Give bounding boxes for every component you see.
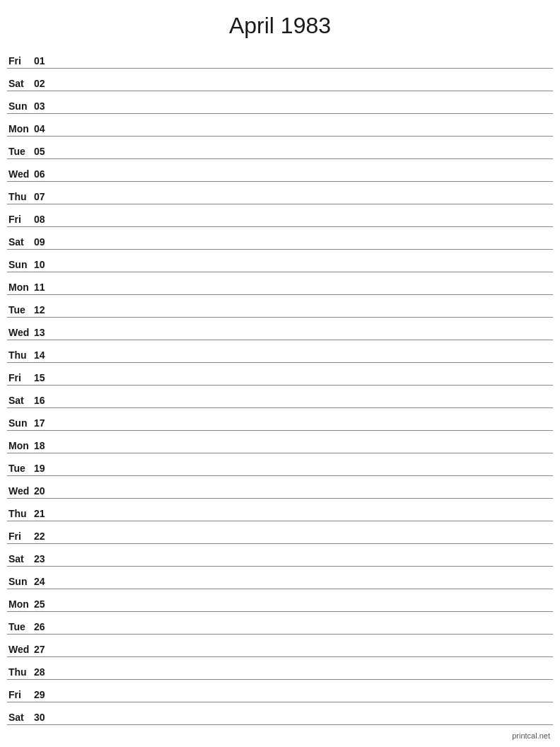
day-row: Tue19 (7, 453, 553, 476)
day-line (54, 654, 553, 655)
day-number: 19 (34, 463, 54, 474)
day-line (54, 473, 553, 474)
day-number: 21 (34, 508, 54, 519)
day-line (54, 360, 553, 361)
day-line (54, 337, 553, 338)
day-name: Wed (7, 644, 34, 655)
day-name: Sun (7, 100, 34, 112)
day-number: 26 (34, 621, 54, 632)
day-row: Sun03 (7, 91, 553, 114)
day-name: Wed (7, 327, 34, 338)
day-row: Wed06 (7, 159, 553, 182)
day-line (54, 202, 553, 202)
day-row: Sat02 (7, 69, 553, 91)
day-number: 10 (34, 259, 54, 270)
day-name: Thu (7, 349, 34, 361)
day-name: Tue (7, 463, 34, 474)
day-name: Mon (7, 282, 34, 293)
day-line (54, 156, 553, 157)
day-number: 02 (34, 78, 54, 89)
day-name: Sat (7, 236, 34, 248)
day-number: 15 (34, 372, 54, 383)
day-name: Sun (7, 417, 34, 429)
day-row: Sat23 (7, 544, 553, 567)
day-name: Thu (7, 191, 34, 202)
day-number: 20 (34, 485, 54, 497)
day-number: 27 (34, 644, 54, 655)
day-line (54, 586, 553, 587)
day-line (54, 292, 553, 293)
day-line (54, 632, 553, 632)
day-number: 30 (34, 712, 54, 723)
day-line (54, 677, 553, 678)
day-row: Fri08 (7, 204, 553, 227)
day-row: Sun17 (7, 408, 553, 431)
day-row: Thu28 (7, 657, 553, 680)
day-number: 11 (34, 282, 54, 293)
day-line (54, 722, 553, 723)
day-line (54, 111, 553, 112)
day-line (54, 451, 553, 451)
day-name: Fri (7, 531, 34, 542)
day-number: 04 (34, 123, 54, 134)
day-line (54, 270, 553, 270)
day-row: Wed27 (7, 635, 553, 657)
day-row: Fri22 (7, 521, 553, 544)
day-line (54, 609, 553, 610)
day-line (54, 428, 553, 429)
day-name: Fri (7, 214, 34, 225)
day-line (54, 541, 553, 542)
day-row: Tue05 (7, 137, 553, 159)
day-row: Mon11 (7, 272, 553, 295)
day-number: 12 (34, 304, 54, 315)
day-name: Wed (7, 168, 34, 180)
day-line (54, 405, 553, 406)
day-line (54, 179, 553, 180)
day-number: 22 (34, 531, 54, 542)
day-name: Mon (7, 440, 34, 451)
day-number: 24 (34, 576, 54, 587)
day-row: Sat30 (7, 702, 553, 725)
day-row: Wed20 (7, 476, 553, 499)
day-name: Sun (7, 259, 34, 270)
day-line (54, 247, 553, 248)
day-row: Sat16 (7, 386, 553, 408)
day-name: Tue (7, 621, 34, 632)
day-line (54, 315, 553, 315)
day-name: Sat (7, 712, 34, 723)
day-number: 18 (34, 440, 54, 451)
page-title: April 1983 (0, 0, 560, 46)
day-name: Sat (7, 553, 34, 564)
day-row: Wed13 (7, 318, 553, 340)
day-line (54, 383, 553, 383)
day-number: 17 (34, 417, 54, 429)
day-name: Mon (7, 598, 34, 610)
day-row: Thu07 (7, 182, 553, 204)
day-line (54, 224, 553, 225)
day-row: Tue26 (7, 612, 553, 635)
day-row: Sat09 (7, 227, 553, 250)
calendar-container: Fri01Sat02Sun03Mon04Tue05Wed06Thu07Fri08… (0, 46, 560, 725)
day-row: Thu14 (7, 340, 553, 363)
day-row: Sun10 (7, 250, 553, 272)
day-number: 29 (34, 689, 54, 700)
day-line (54, 564, 553, 564)
day-row: Fri15 (7, 363, 553, 386)
day-name: Tue (7, 146, 34, 157)
day-number: 06 (34, 168, 54, 180)
day-number: 14 (34, 349, 54, 361)
footer-text: printcal.net (512, 731, 550, 740)
day-row: Mon04 (7, 114, 553, 137)
day-name: Thu (7, 666, 34, 678)
day-row: Mon25 (7, 589, 553, 612)
day-number: 08 (34, 214, 54, 225)
day-number: 03 (34, 100, 54, 112)
day-row: Fri29 (7, 680, 553, 702)
day-number: 13 (34, 327, 54, 338)
day-number: 01 (34, 55, 54, 66)
day-name: Sun (7, 576, 34, 587)
day-line (54, 66, 553, 66)
day-name: Fri (7, 55, 34, 66)
day-name: Sat (7, 395, 34, 406)
day-line (54, 700, 553, 700)
